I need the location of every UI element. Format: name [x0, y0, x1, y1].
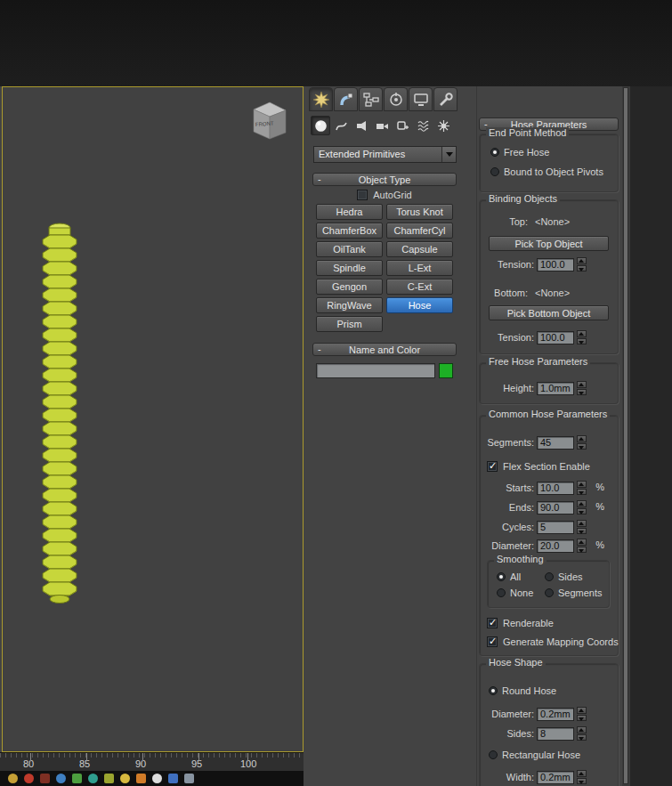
object-type-button-ringwave[interactable]: RingWave: [316, 297, 383, 313]
generate-mapping-coords-checkbox[interactable]: [487, 636, 498, 647]
group-common-hose-parameters: Common Hose Parameters Segments: 45 Flex…: [479, 415, 619, 656]
starts-spinner[interactable]: [577, 481, 587, 495]
object-color-swatch[interactable]: [439, 363, 453, 378]
flex-section-enable-checkbox[interactable]: [487, 461, 498, 472]
cycles-field[interactable]: 5: [537, 521, 574, 534]
rollout-name-and-color[interactable]: - Name and Color: [312, 343, 457, 356]
object-type-button-capsule[interactable]: Capsule: [386, 241, 453, 257]
panel-scrollbar[interactable]: [622, 86, 630, 786]
orange-app-icon[interactable]: [136, 774, 146, 783]
autogrid-row: AutoGrid: [312, 188, 457, 202]
blue-grid-icon[interactable]: [168, 774, 178, 783]
sun-icon[interactable]: [8, 774, 18, 783]
segments-field[interactable]: 45: [537, 436, 574, 450]
starts-field[interactable]: 10.0: [537, 482, 574, 495]
height-field[interactable]: 1.0mm: [537, 382, 574, 395]
ends-field[interactable]: 90.0: [537, 501, 574, 515]
object-type-button-spindle[interactable]: Spindle: [316, 260, 383, 276]
pick-bottom-object-button[interactable]: Pick Bottom Object: [489, 305, 609, 320]
command-panel: Extended Primitives - Object Type AutoGr…: [304, 86, 630, 786]
maroon-app-icon[interactable]: [40, 774, 50, 783]
tab-hierarchy[interactable]: [359, 87, 383, 111]
diameter-field[interactable]: 20.0: [537, 539, 574, 553]
object-name-field: [316, 363, 435, 378]
bottom-tension-field[interactable]: 100.0: [537, 331, 574, 344]
object-type-button-chamfercyl[interactable]: ChamferCyl: [386, 223, 453, 239]
group-title: Binding Objects: [486, 193, 560, 204]
object-type-button-prism[interactable]: Prism: [316, 316, 383, 332]
tab-modify[interactable]: [334, 87, 358, 111]
object-name-input[interactable]: [317, 364, 434, 377]
teal-orb-icon[interactable]: [88, 774, 98, 783]
sides-label: Sides:: [506, 728, 534, 739]
radio-smoothing-sides[interactable]: [545, 572, 554, 581]
width-field[interactable]: 0.2mm: [537, 771, 574, 784]
ends-spinner[interactable]: [577, 500, 587, 515]
object-type-button-torus-knot[interactable]: Torus Knot: [386, 204, 453, 220]
tab-display[interactable]: [409, 87, 433, 111]
category-helpers[interactable]: [393, 116, 412, 135]
utilities-icon: [438, 92, 454, 108]
systems-icon: [437, 119, 450, 133]
segments-spinner[interactable]: [577, 435, 587, 450]
viewcube[interactable]: FRONT: [249, 98, 290, 144]
autogrid-checkbox[interactable]: [357, 190, 368, 200]
radio-rectangular-hose[interactable]: [489, 750, 498, 759]
viewport[interactable]: FRONT: [2, 86, 304, 752]
dropdown-arrow-button[interactable]: [441, 147, 456, 162]
sides-spinner[interactable]: [577, 726, 587, 741]
round-diameter-spinner[interactable]: [577, 707, 587, 721]
category-geometry[interactable]: [311, 116, 330, 135]
tab-create[interactable]: [309, 87, 333, 111]
object-type-button-hedra[interactable]: Hedra: [316, 204, 383, 220]
radio-free-hose[interactable]: [490, 148, 499, 157]
radio-smoothing-none[interactable]: [497, 588, 506, 597]
category-cameras[interactable]: [372, 116, 392, 135]
diameter-spinner[interactable]: [577, 539, 587, 553]
height-spinner[interactable]: [577, 381, 587, 395]
timeline[interactable]: 80859095100: [0, 752, 304, 771]
green-app-icon[interactable]: [72, 774, 82, 783]
sides-field[interactable]: 8: [537, 727, 574, 741]
object-type-button-oiltank[interactable]: OilTank: [316, 241, 383, 257]
cycles-spinner[interactable]: [577, 520, 587, 534]
top-tension-field[interactable]: 100.0: [537, 258, 574, 271]
renderable-checkbox[interactable]: [487, 618, 498, 628]
white-orb-icon[interactable]: [152, 774, 162, 783]
timeline-major-tick: [247, 753, 248, 761]
red-orb-icon[interactable]: [24, 774, 34, 783]
category-lights[interactable]: [352, 116, 371, 135]
hose-object[interactable]: [40, 221, 79, 607]
category-systems[interactable]: [433, 116, 453, 135]
cycles-row: Cycles: 5: [483, 520, 587, 534]
radio-label: Rectangular Hose: [502, 750, 580, 760]
modify-icon: [338, 92, 354, 108]
panel-scrollbar-thumb[interactable]: [623, 87, 628, 784]
radio-smoothing-all[interactable]: [497, 572, 506, 581]
radio-smoothing-segments[interactable]: [545, 588, 554, 597]
tab-utilities[interactable]: [433, 87, 457, 111]
category-space-warps[interactable]: [413, 116, 433, 135]
yellow-orb-icon[interactable]: [120, 774, 130, 783]
globe-icon[interactable]: [56, 774, 66, 783]
primitive-category-dropdown[interactable]: Extended Primitives: [313, 146, 457, 163]
rollout-object-type[interactable]: - Object Type: [312, 173, 457, 186]
object-type-button-l-ext[interactable]: L-Ext: [386, 260, 453, 276]
top-tension-spinner[interactable]: [577, 257, 587, 271]
tab-motion[interactable]: [384, 87, 408, 111]
steel-app-icon[interactable]: [184, 774, 194, 783]
rollout-name-and-color-title: Name and Color: [349, 344, 420, 355]
rectangular-hose-option: Rectangular Hose: [489, 750, 580, 760]
object-type-button-hose[interactable]: Hose: [386, 297, 453, 313]
pick-top-object-button[interactable]: Pick Top Object: [489, 236, 609, 251]
object-type-button-chamferbox[interactable]: ChamferBox: [316, 223, 383, 239]
width-spinner[interactable]: [577, 770, 587, 784]
radio-round-hose[interactable]: [489, 686, 498, 695]
object-type-button-gengon[interactable]: Gengon: [316, 279, 383, 295]
object-type-button-c-ext[interactable]: C-Ext: [386, 279, 453, 295]
round-diameter-field[interactable]: 0.2mm: [537, 708, 574, 721]
category-shapes[interactable]: [331, 116, 351, 135]
radio-bound-to-object-pivots[interactable]: [490, 167, 499, 176]
bottom-tension-spinner[interactable]: [577, 330, 587, 344]
olive-app-icon[interactable]: [104, 774, 114, 783]
